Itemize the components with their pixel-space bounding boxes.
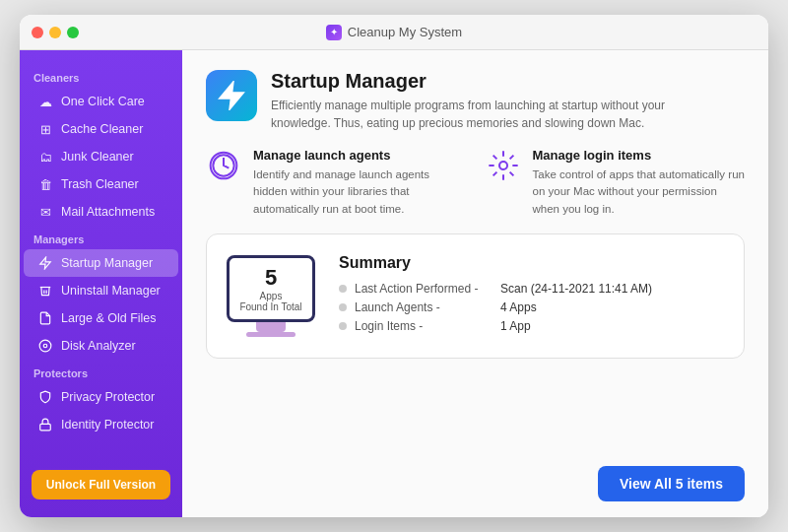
summary-row-0: Last Action Performed - Scan (24-11-2021… — [339, 282, 724, 296]
mail-icon: ✉ — [37, 204, 53, 220]
titlebar: ✦ Cleanup My System — [20, 15, 768, 50]
maximize-button[interactable] — [67, 27, 79, 38]
summary-card: 5 Apps Found In Total Summary — [206, 233, 745, 359]
sidebar: Cleaners ☁ One Click Care ⊞ Cache Cleane… — [20, 50, 182, 517]
sidebar-item-startup-manager[interactable]: Startup Manager — [24, 249, 178, 277]
summary-key-2: Login Items - — [355, 319, 492, 333]
app-icon: ✦ — [326, 25, 342, 40]
sidebar-item-label: Junk Cleaner — [61, 150, 134, 164]
window-title: Cleanup My System — [348, 25, 462, 39]
login-items-icon — [486, 148, 521, 183]
sidebar-item-uninstall-manager[interactable]: Uninstall Manager — [24, 277, 178, 304]
sidebar-item-label: Disk Analyzer — [61, 339, 136, 353]
svg-point-1 — [43, 344, 47, 348]
feature-card-launch-agents: Manage launch agents Identify and manage… — [206, 148, 466, 218]
feature-title: Manage login items — [533, 148, 746, 163]
apps-count: 5 — [265, 265, 277, 291]
svg-point-3 — [499, 162, 507, 169]
dot-icon — [339, 303, 347, 311]
dot-icon — [339, 285, 347, 293]
main-content: Startup Manager Efficiently manage multi… — [182, 50, 768, 466]
summary-key-1: Launch Agents - — [355, 300, 492, 314]
sidebar-item-label: Mail Attachments — [61, 205, 155, 219]
summary-info: Summary Last Action Performed - Scan (24… — [339, 254, 724, 338]
page-title: Startup Manager — [271, 70, 724, 93]
monitor-base — [246, 332, 296, 337]
sidebar-item-label: Large & Old Files — [61, 311, 157, 325]
shield-icon — [37, 389, 53, 405]
page-header: Startup Manager Efficiently manage multi… — [206, 70, 745, 132]
sidebar-item-label: Privacy Protector — [61, 390, 155, 404]
summary-key-0: Last Action Performed - — [355, 282, 492, 296]
sidebar-item-label: Uninstall Manager — [61, 284, 161, 298]
sidebar-item-label: Startup Manager — [61, 256, 153, 270]
files-icon — [37, 310, 53, 326]
unlock-button[interactable]: Unlock Full Version — [32, 470, 170, 499]
feature-card-login-items: Manage login items Take control of apps … — [486, 148, 746, 218]
feature-description: Take control of apps that automatically … — [533, 166, 746, 218]
summary-val-2: 1 App — [500, 319, 531, 333]
summary-title: Summary — [339, 254, 724, 272]
app-window: ✦ Cleanup My System Cleaners ☁ One Click… — [20, 15, 768, 517]
svg-rect-2 — [40, 424, 51, 430]
view-all-button[interactable]: View All 5 items — [598, 466, 745, 501]
close-button[interactable] — [32, 27, 43, 38]
features-row: Manage launch agents Identify and manage… — [206, 148, 745, 218]
sidebar-item-junk-cleaner[interactable]: 🗂 Junk Cleaner — [24, 143, 178, 170]
window-title-bar: ✦ Cleanup My System — [326, 25, 462, 40]
traffic-lights — [32, 27, 79, 38]
feature-description: Identify and manage launch agents hidden… — [253, 166, 466, 218]
content-area: Cleaners ☁ One Click Care ⊞ Cache Cleane… — [20, 50, 768, 517]
svg-point-0 — [39, 340, 51, 352]
sidebar-item-identity-protector[interactable]: Identity Protector — [24, 411, 178, 438]
cleaners-section-label: Cleaners — [20, 64, 182, 88]
disk-icon — [37, 338, 53, 354]
summary-row-1: Launch Agents - 4 Apps — [339, 300, 724, 314]
sidebar-item-trash-cleaner[interactable]: 🗑 Trash Cleaner — [24, 170, 178, 198]
sidebar-nav: Cleaners ☁ One Click Care ⊞ Cache Cleane… — [20, 64, 182, 470]
sidebar-item-privacy-protector[interactable]: Privacy Protector — [24, 383, 178, 411]
managers-section-label: Managers — [20, 226, 182, 249]
feature-text-launch-agents: Manage launch agents Identify and manage… — [253, 148, 466, 218]
junk-cleaner-icon: 🗂 — [37, 149, 53, 165]
minimize-button[interactable] — [49, 27, 61, 38]
bottom-bar: View All 5 items — [182, 466, 768, 517]
uninstall-icon — [37, 283, 53, 299]
dot-icon — [339, 322, 347, 330]
trash-cleaner-icon: 🗑 — [37, 176, 53, 192]
cache-cleaner-icon: ⊞ — [37, 121, 53, 137]
sidebar-item-large-old-files[interactable]: Large & Old Files — [24, 304, 178, 332]
sidebar-item-one-click-care[interactable]: ☁ One Click Care — [24, 88, 178, 115]
startup-manager-icon — [37, 255, 53, 271]
apps-label: Apps Found In Total — [239, 291, 301, 312]
sidebar-item-label: Identity Protector — [61, 418, 155, 432]
sidebar-item-mail-attachments[interactable]: ✉ Mail Attachments — [24, 198, 178, 226]
one-click-care-icon: ☁ — [37, 94, 53, 109]
summary-val-1: 4 Apps — [500, 300, 537, 314]
sidebar-item-label: One Click Care — [61, 95, 145, 108]
page-description: Efficiently manage multiple programs fro… — [271, 97, 724, 132]
sidebar-item-label: Trash Cleaner — [61, 177, 139, 191]
sidebar-item-cache-cleaner[interactable]: ⊞ Cache Cleaner — [24, 115, 178, 143]
launch-agents-icon — [206, 148, 241, 183]
feature-title: Manage launch agents — [253, 148, 466, 163]
lock-icon — [37, 417, 53, 432]
protectors-section-label: Protectors — [20, 360, 182, 383]
summary-val-0: Scan (24-11-2021 11:41 AM) — [500, 282, 652, 296]
feature-icon — [206, 70, 257, 121]
sidebar-footer: Unlock Full Version — [20, 470, 182, 503]
header-text: Startup Manager Efficiently manage multi… — [271, 70, 724, 132]
monitor-graphic: 5 Apps Found In Total — [227, 255, 315, 337]
summary-row-2: Login Items - 1 App — [339, 319, 724, 333]
feature-text-login-items: Manage login items Take control of apps … — [533, 148, 746, 218]
monitor-screen: 5 Apps Found In Total — [227, 255, 315, 322]
monitor-stand — [256, 322, 286, 332]
sidebar-item-disk-analyzer[interactable]: Disk Analyzer — [24, 332, 178, 360]
sidebar-item-label: Cache Cleaner — [61, 122, 143, 136]
